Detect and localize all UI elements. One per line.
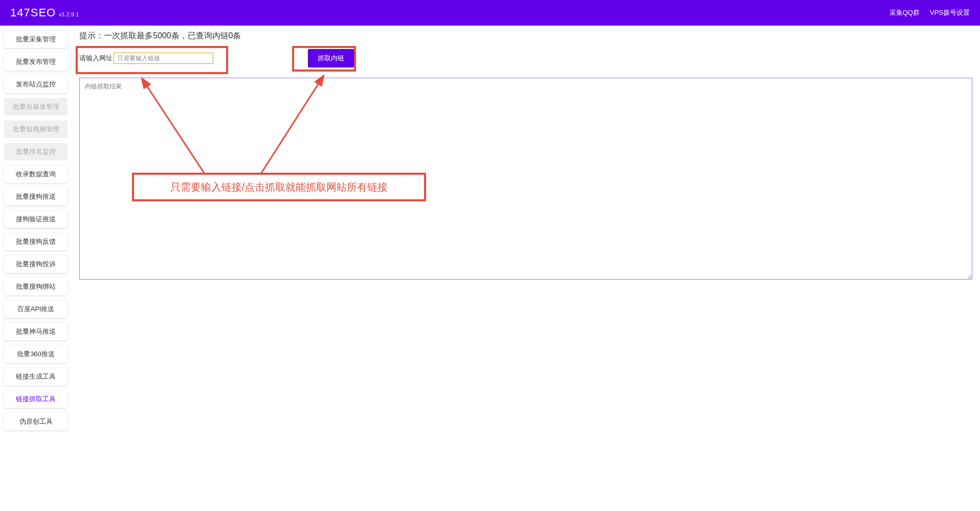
sidebar-item-0[interactable]: 批量采集管理	[4, 31, 68, 48]
sidebar-item-10[interactable]: 批量搜狗投诉	[4, 256, 68, 273]
sidebar-item-8[interactable]: 搜狗验证推送	[4, 211, 68, 228]
header-link-vps[interactable]: VPS拨号设置	[930, 8, 970, 17]
sidebar-item-15[interactable]: 链接生成工具	[4, 368, 68, 385]
sidebar-item-5: 批量排名监控	[4, 143, 68, 160]
app-title: 147SEO	[10, 6, 56, 19]
sidebar-item-14[interactable]: 批量360推送	[4, 345, 68, 363]
sidebar-item-4: 批量短视频管理	[4, 121, 68, 138]
sidebar-item-12[interactable]: 百度API推送	[4, 300, 68, 318]
input-group: 请输入网址	[79, 53, 213, 64]
header-link-qq[interactable]: 采集QQ群	[889, 8, 920, 17]
app-version: v1.2.9.1	[59, 11, 79, 17]
form-row: 请输入网址 抓取内链	[79, 49, 972, 67]
fetch-button[interactable]: 抓取内链	[308, 49, 354, 67]
url-input[interactable]	[114, 53, 213, 64]
sidebar-item-16[interactable]: 链接抓取工具	[4, 390, 68, 408]
header-right: 采集QQ群 VPS拨号设置	[889, 8, 970, 17]
sidebar-item-13[interactable]: 批量神马推送	[4, 323, 68, 340]
app-header: 147SEO v1.2.9.1 采集QQ群 VPS拨号设置	[0, 0, 980, 26]
sidebar-item-6[interactable]: 收录数据查询	[4, 166, 68, 183]
sidebar[interactable]: 批量采集管理批量发布管理发布站点监控批量自媒体管理批量短视频管理批量排名监控收录…	[0, 26, 72, 511]
hint-text: 提示：一次抓取最多5000条，已查询内链0条	[79, 31, 972, 41]
main-content: 提示：一次抓取最多5000条，已查询内链0条 请输入网址 抓取内链	[72, 26, 980, 511]
sidebar-item-7[interactable]: 批量搜狗推送	[4, 188, 68, 205]
sidebar-item-17[interactable]: 伪原创工具	[4, 413, 68, 430]
header-left: 147SEO v1.2.9.1	[10, 6, 79, 19]
sidebar-item-2[interactable]: 发布站点监控	[4, 76, 68, 93]
sidebar-item-9[interactable]: 批量搜狗反馈	[4, 233, 68, 250]
sidebar-item-11[interactable]: 批量搜狗绑站	[4, 278, 68, 295]
sidebar-item-3: 批量自媒体管理	[4, 98, 68, 115]
url-input-label: 请输入网址	[79, 54, 113, 63]
sidebar-item-1[interactable]: 批量发布管理	[4, 53, 68, 71]
result-textarea[interactable]	[79, 78, 972, 280]
